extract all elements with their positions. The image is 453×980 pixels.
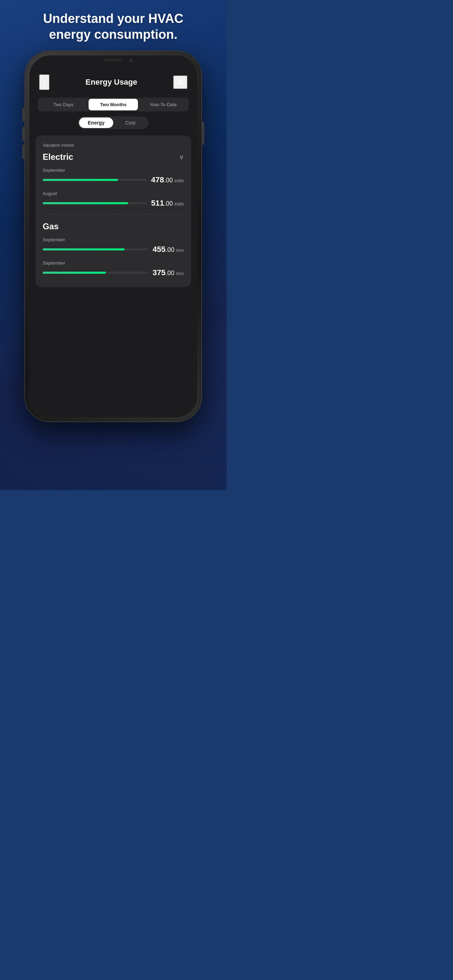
gas-value-1: 375.00 thm <box>152 268 184 277</box>
electric-value-big-1: 511 <box>151 199 164 207</box>
electric-label-1: August <box>43 191 184 196</box>
gas-row-1: September 375.00 thm <box>43 260 184 277</box>
tab-cost[interactable]: Cost <box>113 118 148 128</box>
electric-label-0: September <box>43 167 184 173</box>
electric-value-decimal-0: .00 <box>164 177 173 184</box>
electric-unit-1: kWh <box>175 201 184 207</box>
gas-bar-row-0: 455.00 thm <box>43 245 184 254</box>
electric-title: Electric <box>43 152 73 162</box>
gas-bar-fill-0 <box>43 248 124 250</box>
speaker <box>104 59 123 61</box>
gas-bar-row-1: 375.00 thm <box>43 268 184 277</box>
phone-frame: ‹ Energy Usage ⚙ Two Days Two Months Yea… <box>25 51 202 422</box>
gas-label-0: September <box>43 237 184 242</box>
gas-bar-track-1 <box>43 272 148 274</box>
usage-card: Vacation Home Electric ∨ September <box>36 135 191 287</box>
gas-section: Gas September 455.00 thm <box>43 221 184 277</box>
tab-two-months[interactable]: Two Months <box>89 99 138 110</box>
phone-outer-shell: ‹ Energy Usage ⚙ Two Days Two Months Yea… <box>25 51 202 422</box>
electric-section-header: Electric ∨ <box>43 152 184 162</box>
hero-section: Understand your HVAC energy consumption. <box>0 11 227 42</box>
notch <box>85 56 141 66</box>
electric-bar-fill-1 <box>43 202 128 204</box>
back-button[interactable]: ‹ <box>39 75 49 90</box>
app-screen: ‹ Energy Usage ⚙ Two Days Two Months Yea… <box>29 56 197 417</box>
gas-title: Gas <box>43 221 184 231</box>
settings-button[interactable]: ⚙ <box>173 75 188 89</box>
electric-bar-track-0 <box>43 179 147 181</box>
gas-value-big-1: 375 <box>153 268 166 277</box>
electric-value-big-0: 478 <box>151 175 164 184</box>
gas-value-decimal-0: .00 <box>165 246 174 253</box>
hero-title: Understand your HVAC energy consumption. <box>21 11 205 42</box>
content-area: Vacation Home Electric ∨ September <box>29 129 197 417</box>
gear-icon: ⚙ <box>177 78 184 86</box>
electric-bar-fill-0 <box>43 179 118 181</box>
electric-bar-row-1: 511.00 kWh <box>43 199 184 208</box>
nav-title: Energy Usage <box>85 78 137 87</box>
gas-label-1: September <box>43 260 184 266</box>
gas-unit-0: thm <box>176 248 184 253</box>
gas-row-0: September 455.00 thm <box>43 237 184 254</box>
section-divider <box>43 214 184 215</box>
electric-row-1: August 511.00 kWh <box>43 191 184 208</box>
tab-two-days[interactable]: Two Days <box>39 99 88 110</box>
electric-value-decimal-1: .00 <box>164 200 173 207</box>
location-label: Vacation Home <box>43 143 184 148</box>
camera <box>129 59 133 62</box>
phone-inner-shell: ‹ Energy Usage ⚙ Two Days Two Months Yea… <box>29 56 197 417</box>
tab-year-to-date[interactable]: Year-To-Date <box>139 99 188 110</box>
gas-bar-track-0 <box>43 248 148 250</box>
electric-unit-0: kWh <box>175 178 184 183</box>
electric-row-0: September 478.00 kWh <box>43 167 184 185</box>
electric-value-1: 511.00 kWh <box>151 199 184 208</box>
electric-bar-track-1 <box>43 202 147 204</box>
tab-energy[interactable]: Energy <box>79 118 113 128</box>
period-segment-control: Two Days Two Months Year-To-Date <box>38 98 189 111</box>
gas-value-0: 455.00 thm <box>152 245 184 254</box>
electric-value-0: 478.00 kWh <box>151 175 184 185</box>
nav-header: ‹ Energy Usage ⚙ <box>29 71 197 95</box>
gas-value-decimal-1: .00 <box>165 269 174 277</box>
electric-bar-row-0: 478.00 kWh <box>43 175 184 185</box>
chevron-down-icon[interactable]: ∨ <box>179 153 184 161</box>
gas-value-big-0: 455 <box>153 245 166 254</box>
gas-unit-1: thm <box>176 271 184 276</box>
gas-bar-fill-1 <box>43 272 106 274</box>
type-segment-control: Energy Cost <box>78 116 149 129</box>
